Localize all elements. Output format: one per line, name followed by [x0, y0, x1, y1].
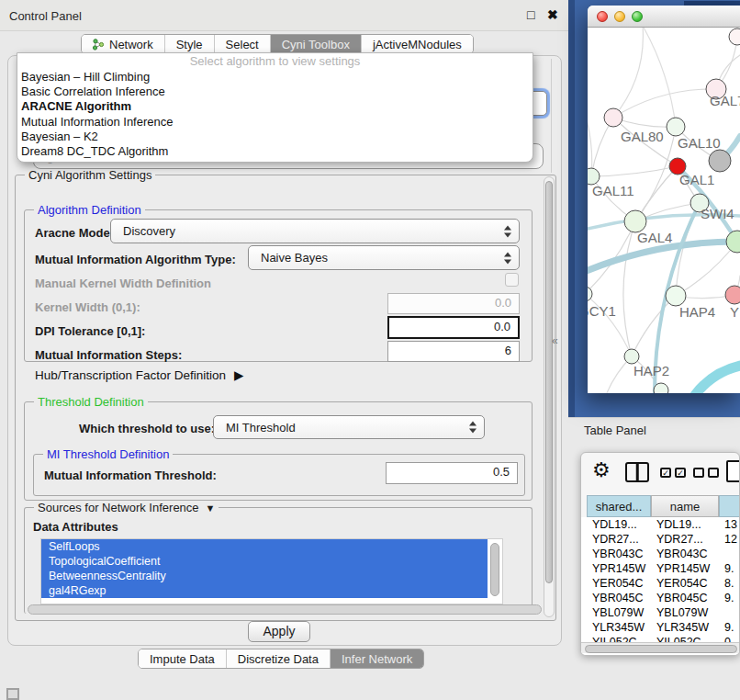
tab-label: Infer Network	[342, 652, 412, 666]
attribute-item-topologicalcoefficient[interactable]: TopologicalCoefficient	[41, 554, 488, 569]
graph-node-gray1[interactable]	[709, 150, 731, 172]
data-attributes-label: Data Attributes	[33, 520, 118, 534]
panel-collapse-grip[interactable]: «	[552, 334, 558, 347]
tab-style[interactable]: Style	[165, 35, 215, 53]
graph-node-hap2[interactable]	[624, 349, 639, 364]
settings-horizontal-scrollbar[interactable]	[26, 604, 545, 615]
tab-jactivemnodules[interactable]: jActiveMNodules	[362, 35, 473, 53]
attribute-item-betweennesscentrality[interactable]: BetweennessCentrality	[41, 569, 488, 583]
table-row[interactable]: YPR145WYPR145W9.	[581, 561, 739, 576]
gear-icon[interactable]: ⚙	[592, 458, 611, 482]
mi-steps-field[interactable]: 6	[387, 341, 520, 362]
table-row[interactable]: YBL079WYBL079W	[581, 605, 739, 620]
table-row[interactable]: YBR045CYBR045C9.	[581, 591, 739, 605]
table-row[interactable]: YBR043CYBR043C	[581, 547, 739, 561]
graph-edge[interactable]	[695, 366, 740, 393]
aracne-mode-value: Discovery	[123, 224, 175, 238]
table-cell: YBL079W	[651, 605, 719, 620]
graph-edge[interactable]	[643, 28, 676, 127]
graph-node-green-right[interactable]	[726, 231, 740, 253]
hub-definition-label: Hub/Transcription Factor Definition	[35, 368, 226, 382]
graph-edge[interactable]	[632, 296, 676, 356]
unchecked-box-icon	[708, 468, 719, 478]
hub-definition-expander[interactable]: Hub/Transcription Factor Definition ▶	[35, 367, 243, 382]
close-icon[interactable]: ✖	[547, 7, 558, 22]
scrollbar-thumb[interactable]	[585, 645, 737, 653]
network-view-window: GAL7GAL80GAL10GAL1GAL11SWI4GAL4GCY1HAP4Y…	[588, 6, 740, 393]
apply-button[interactable]: Apply	[248, 621, 310, 642]
tab-select[interactable]: Select	[215, 35, 271, 53]
sources-legend[interactable]: Sources for Network Inference▼	[34, 501, 219, 514]
table-cell: YPR145W	[651, 561, 719, 576]
kernel-width-label: Kernel Width (0,1):	[35, 300, 140, 314]
list-scrollbar-thumb[interactable]	[490, 543, 499, 596]
manual-kernel-checkbox[interactable]	[505, 273, 519, 287]
table-cell: YBR043C	[651, 547, 719, 561]
mi-type-select[interactable]: Naive Bayes	[248, 245, 520, 270]
minimized-panel-icon[interactable]	[6, 688, 19, 700]
graph-node-salmon[interactable]	[725, 286, 740, 304]
algorithm-option-bayesian-k2[interactable]: Bayesian – K2	[17, 130, 533, 144]
graph-edge[interactable]	[588, 110, 592, 176]
graph-node-top-cut[interactable]	[729, 28, 740, 45]
graph-node-bottom-cut[interactable]	[654, 383, 668, 393]
column-header-shared-[interactable]: shared...	[587, 495, 651, 517]
which-threshold-select[interactable]: MI Threshold	[213, 415, 485, 439]
column-header-name[interactable]: name	[651, 495, 719, 517]
mi-threshold-field[interactable]: 0.5	[386, 462, 518, 484]
tab-impute-data[interactable]: Impute Data	[139, 649, 227, 668]
graph-edge[interactable]	[588, 176, 591, 294]
tab-discretize-data[interactable]: Discretize Data	[227, 649, 331, 668]
graph-node-gal10[interactable]	[667, 118, 685, 136]
aracne-mode-select[interactable]: Discovery	[110, 219, 520, 243]
dpi-tolerance-field[interactable]: 0.0	[387, 316, 520, 339]
tab-cyni-toolbox[interactable]: Cyni Toolbox	[271, 35, 362, 53]
deselect-all-checkboxes-icon[interactable]	[693, 468, 719, 478]
kernel-width-field[interactable]: 0.0	[387, 293, 520, 314]
table-row[interactable]: YDR27...YDR27...12	[581, 532, 739, 547]
control-panel-titlebar	[0, 0, 568, 31]
algorithm-dropdown: Select algorithm to view settings Bayesi…	[17, 52, 533, 163]
combo-arrows-icon	[469, 422, 477, 434]
graph-node-gal80[interactable]	[604, 108, 622, 127]
mi-steps-label: Mutual Information Steps:	[35, 348, 182, 362]
table-row[interactable]: YLR345WYLR345W9.	[581, 620, 739, 635]
tab-infer-network[interactable]: Infer Network	[331, 649, 423, 668]
scrollbar-thumb[interactable]	[545, 181, 553, 583]
algorithm-option-basic-correlation-inference[interactable]: Basic Correlation Inference	[17, 85, 533, 99]
attribute-item-selfloops[interactable]: SelfLoops	[41, 539, 488, 554]
data-attributes-list[interactable]: SelfLoopsTopologicalCoefficientBetweenne…	[40, 538, 503, 604]
graph-edge[interactable]	[613, 89, 716, 118]
minimize-traffic-light[interactable]	[614, 11, 625, 22]
select-all-checkboxes-icon[interactable]: ✓ ✓	[660, 468, 686, 478]
algorithm-option-dream8-dc-tdc-algorithm[interactable]: Dream8 DC_TDC Algorithm	[17, 144, 533, 159]
table-horizontal-scrollbar[interactable]	[581, 642, 739, 653]
algorithm-option-mutual-information-inference[interactable]: Mutual Information Inference	[17, 115, 533, 130]
algorithm-option-bayesian-hill-climbing[interactable]: Bayesian – Hill Climbing	[17, 70, 533, 85]
graph-edge[interactable]	[676, 242, 737, 296]
tab-label: Select	[226, 38, 259, 51]
document-icon[interactable]	[726, 460, 740, 482]
table-panel-title: Table Panel	[584, 423, 646, 437]
tab-network[interactable]: Network	[82, 35, 165, 53]
network-graph-canvas[interactable]: GAL7GAL80GAL10GAL1GAL11SWI4GAL4GCY1HAP4Y…	[588, 28, 740, 393]
table-row[interactable]: YDL19...YDL19...13	[581, 517, 739, 532]
aracne-mode-label: Aracne Mode:	[35, 226, 114, 240]
column-header-2[interactable]	[719, 495, 740, 517]
tab-label: Cyni Toolbox	[282, 38, 350, 51]
network-icon	[93, 39, 105, 51]
columns-icon[interactable]	[625, 462, 649, 482]
zoom-traffic-light[interactable]	[632, 11, 643, 22]
table-cell: YDR27...	[651, 532, 719, 547]
scrollbar-thumb[interactable]	[28, 604, 542, 615]
float-window-icon[interactable]: □	[527, 7, 534, 22]
table-row[interactable]: YER054CYER054C8.	[581, 576, 739, 591]
algorithm-option-aracne-algorithm[interactable]: ARACNE Algorithm	[17, 99, 533, 114]
settings-vertical-scrollbar[interactable]	[544, 176, 555, 617]
close-traffic-light[interactable]	[597, 11, 608, 22]
table-header: shared...name	[581, 495, 739, 517]
table-body: YDL19...YDL19...13YDR27...YDR27...12YBR0…	[581, 517, 739, 656]
graph-node-hap4[interactable]	[666, 286, 686, 306]
network-window-titlebar[interactable]	[588, 6, 740, 28]
attribute-item-gal4rgexp[interactable]: gal4RGexp	[41, 583, 488, 598]
